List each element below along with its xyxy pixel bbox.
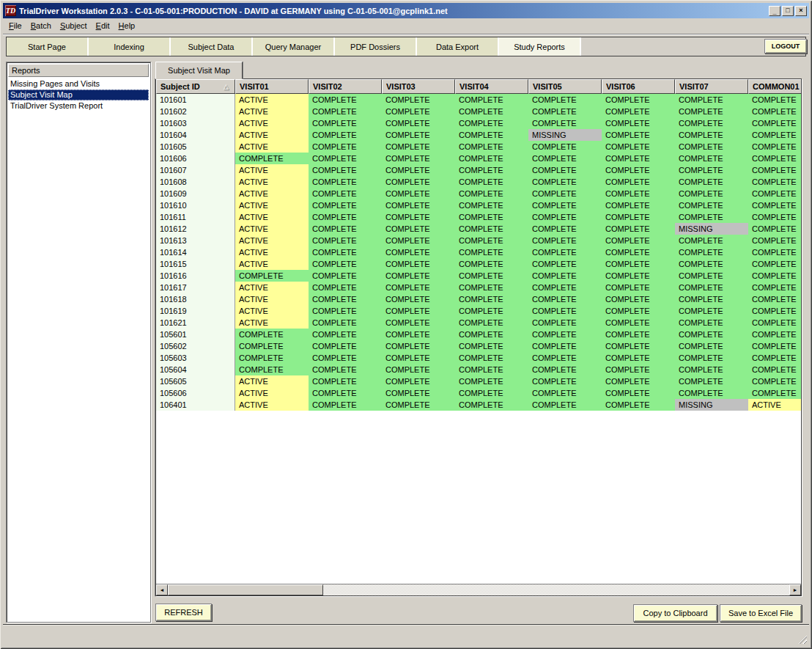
menu-item-edit[interactable]: Edit <box>92 20 114 32</box>
visit-status-cell: COMPLETE <box>748 305 802 317</box>
grid-row[interactable]: 101611ACTIVECOMPLETECOMPLETECOMPLETECOMP… <box>156 211 802 223</box>
grid-row[interactable]: 105602COMPLETECOMPLETECOMPLETECOMPLETECO… <box>156 340 802 352</box>
visit-status-cell: COMPLETE <box>382 235 455 246</box>
grid-row[interactable]: 101613ACTIVECOMPLETECOMPLETECOMPLETECOMP… <box>156 235 802 246</box>
grid-row[interactable]: 101621ACTIVECOMPLETECOMPLETECOMPLETECOMP… <box>156 317 802 329</box>
maximize-button[interactable]: □ <box>782 6 794 16</box>
column-header-visit04[interactable]: VISIT04 <box>455 79 528 94</box>
column-header-visit05[interactable]: VISIT05 <box>528 79 602 94</box>
column-header-visit06[interactable]: VISIT06 <box>602 79 675 94</box>
visit-status-cell: COMPLETE <box>675 340 748 352</box>
visit-status-cell: COMPLETE <box>455 94 528 106</box>
visit-status-cell: COMPLETE <box>602 199 675 211</box>
minimize-button[interactable]: _ <box>769 6 780 16</box>
menu-item-subject[interactable]: Subject <box>56 20 92 32</box>
visit-status-cell: COMPLETE <box>675 141 748 153</box>
visit-status-cell: COMPLETE <box>382 223 455 235</box>
scroll-left-icon[interactable]: ◄ <box>156 584 168 595</box>
grid-row[interactable]: 101609ACTIVECOMPLETECOMPLETECOMPLETECOMP… <box>156 188 802 199</box>
title-bar[interactable]: TD TrialDriver Workstation 2.0.3 - C-01-… <box>3 3 809 18</box>
grid-row[interactable]: 101617ACTIVECOMPLETECOMPLETECOMPLETECOMP… <box>156 282 802 293</box>
visit-status-cell: COMPLETE <box>309 340 382 352</box>
tab-indexing[interactable]: Indexing <box>89 37 171 56</box>
grid-row[interactable]: 105606ACTIVECOMPLETECOMPLETECOMPLETECOMP… <box>156 387 802 399</box>
visit-status-cell: ACTIVE <box>235 235 309 246</box>
resize-grip-icon[interactable] <box>797 634 807 644</box>
visit-status-cell: COMPLETE <box>528 270 602 282</box>
grid-body: 101601ACTIVECOMPLETECOMPLETECOMPLETECOMP… <box>156 94 801 411</box>
subject-id-cell: 101605 <box>156 141 235 153</box>
tab-start-page[interactable]: Start Page <box>7 37 89 56</box>
sidebar-item-trialdriver-system-report[interactable]: TrialDriver System Report <box>8 100 149 111</box>
grid-row[interactable]: 105601COMPLETECOMPLETECOMPLETECOMPLETECO… <box>156 329 802 340</box>
visit-status-cell: COMPLETE <box>748 317 802 329</box>
close-button[interactable]: × <box>795 6 807 16</box>
visit-status-cell: COMPLETE <box>309 141 382 153</box>
visit-status-cell: ACTIVE <box>235 246 309 258</box>
column-header-visit02[interactable]: VISIT02 <box>309 79 382 94</box>
visit-status-cell: COMPLETE <box>382 352 455 364</box>
visit-status-cell: COMPLETE <box>748 94 802 106</box>
visit-status-cell: ACTIVE <box>235 223 309 235</box>
grid-row[interactable]: 106401ACTIVECOMPLETECOMPLETECOMPLETECOMP… <box>156 399 802 411</box>
visit-status-cell: ACTIVE <box>235 317 309 329</box>
subject-id-cell: 101603 <box>156 117 235 129</box>
visit-status-cell: COMPLETE <box>455 293 528 305</box>
grid-row[interactable]: 101602ACTIVECOMPLETECOMPLETECOMPLETECOMP… <box>156 106 802 117</box>
refresh-button[interactable]: REFRESH <box>155 604 212 621</box>
grid-row[interactable]: 101618ACTIVECOMPLETECOMPLETECOMPLETECOMP… <box>156 293 802 305</box>
grid-row[interactable]: 101608ACTIVECOMPLETECOMPLETECOMPLETECOMP… <box>156 176 802 188</box>
reports-header: Reports <box>8 64 149 77</box>
menu-item-file[interactable]: File <box>4 20 26 32</box>
scrollbar-thumb[interactable] <box>168 584 323 595</box>
column-header-visit07[interactable]: VISIT07 <box>675 79 748 94</box>
tab-subject-data[interactable]: Subject Data <box>171 37 253 56</box>
visit-status-cell: COMPLETE <box>602 129 675 141</box>
menu-item-batch[interactable]: Batch <box>26 20 56 32</box>
grid-row[interactable]: 101614ACTIVECOMPLETECOMPLETECOMPLETECOMP… <box>156 246 802 258</box>
grid-row[interactable]: 101606COMPLETECOMPLETECOMPLETECOMPLETECO… <box>156 153 802 164</box>
grid-row[interactable]: 101619ACTIVECOMPLETECOMPLETECOMPLETECOMP… <box>156 305 802 317</box>
report-tab-subject-visit-map[interactable]: Subject Visit Map <box>155 62 243 79</box>
visit-status-cell: ACTIVE <box>235 282 309 293</box>
save-to-excel-button[interactable]: Save to Excel File <box>720 604 802 622</box>
column-header-visit01[interactable]: VISIT01 <box>235 79 309 94</box>
sidebar-item-subject-visit-map[interactable]: Subject Visit Map <box>8 89 149 100</box>
grid-row[interactable]: 101612ACTIVECOMPLETECOMPLETECOMPLETECOMP… <box>156 223 802 235</box>
column-header-common01[interactable]: COMMON01 <box>748 79 802 94</box>
visit-status-cell: ACTIVE <box>235 375 309 387</box>
column-header-subject-id[interactable]: Subject ID△ <box>156 79 235 94</box>
visit-status-cell: COMPLETE <box>748 387 802 399</box>
tab-data-export[interactable]: Data Export <box>417 37 499 56</box>
sidebar-item-missing-pages-and-visits[interactable]: Missing Pages and Visits <box>8 78 149 89</box>
grid-row[interactable]: 105603COMPLETECOMPLETECOMPLETECOMPLETECO… <box>156 352 802 364</box>
grid-row[interactable]: 105605ACTIVECOMPLETECOMPLETECOMPLETECOMP… <box>156 375 802 387</box>
grid-row[interactable]: 101603ACTIVECOMPLETECOMPLETECOMPLETECOMP… <box>156 117 802 129</box>
logout-button[interactable]: LOGOUT <box>764 39 807 54</box>
grid-row[interactable]: 105604COMPLETECOMPLETECOMPLETECOMPLETECO… <box>156 364 802 375</box>
visit-status-cell: COMPLETE <box>748 375 802 387</box>
visit-status-cell: COMPLETE <box>528 293 602 305</box>
copy-to-clipboard-button[interactable]: Copy to Clipboard <box>633 604 717 622</box>
tab-study-reports[interactable]: Study Reports <box>499 37 581 56</box>
grid-row[interactable]: 101607ACTIVECOMPLETECOMPLETECOMPLETECOMP… <box>156 164 802 176</box>
visit-status-cell: COMPLETE <box>675 117 748 129</box>
grid-row[interactable]: 101610ACTIVECOMPLETECOMPLETECOMPLETECOMP… <box>156 199 802 211</box>
tab-pdf-dossiers[interactable]: PDF Dossiers <box>335 37 417 56</box>
grid-row[interactable]: 101601ACTIVECOMPLETECOMPLETECOMPLETECOMP… <box>156 94 802 106</box>
application-window: { "window": { "title": "TrialDriver Work… <box>0 0 812 649</box>
grid-row[interactable]: 101615ACTIVECOMPLETECOMPLETECOMPLETECOMP… <box>156 258 802 270</box>
scroll-right-icon[interactable]: ► <box>789 584 801 595</box>
visit-status-cell: COMPLETE <box>602 176 675 188</box>
menu-item-help[interactable]: Help <box>114 20 140 32</box>
visit-status-cell: COMPLETE <box>748 246 802 258</box>
grid-row[interactable]: 101604ACTIVECOMPLETECOMPLETECOMPLETEMISS… <box>156 129 802 141</box>
column-header-visit03[interactable]: VISIT03 <box>382 79 455 94</box>
subject-id-cell: 101617 <box>156 282 235 293</box>
grid-row[interactable]: 101605ACTIVECOMPLETECOMPLETECOMPLETECOMP… <box>156 141 802 153</box>
visit-status-cell: COMPLETE <box>382 329 455 340</box>
horizontal-scrollbar[interactable]: ◄ ► <box>156 584 801 595</box>
grid-row[interactable]: 101616COMPLETECOMPLETECOMPLETECOMPLETECO… <box>156 270 802 282</box>
tab-query-manager[interactable]: Query Manager <box>253 37 335 56</box>
visit-status-cell: COMPLETE <box>602 188 675 199</box>
